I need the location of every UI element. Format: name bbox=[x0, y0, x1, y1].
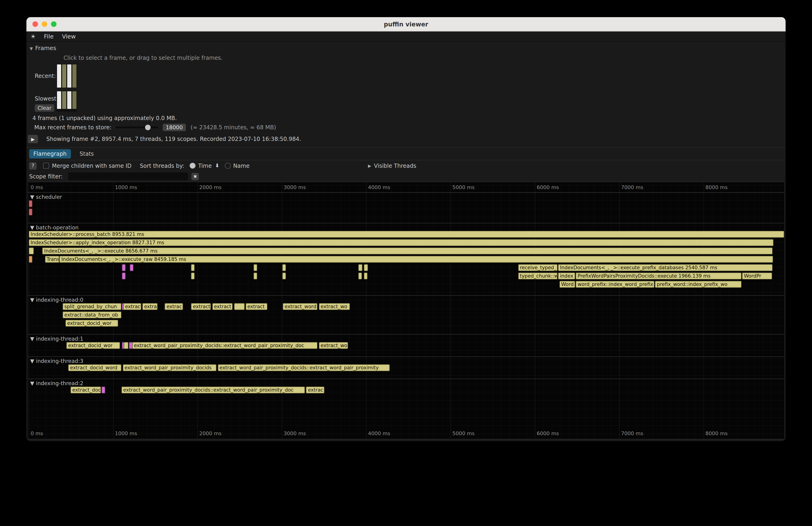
thread-header[interactable]: ▼ indexing-thread:2 bbox=[28, 379, 784, 386]
flame-span[interactable]: split_grenad_by_chun bbox=[62, 303, 121, 310]
flame-span[interactable] bbox=[191, 273, 195, 279]
flame-span[interactable] bbox=[122, 273, 126, 279]
frame-thumbnail[interactable] bbox=[72, 64, 76, 88]
flame-span[interactable] bbox=[29, 200, 32, 207]
flame-span[interactable]: extract_word bbox=[283, 303, 318, 310]
flame-span[interactable] bbox=[102, 386, 105, 393]
thread-header[interactable]: ▼ batch-operation bbox=[28, 223, 784, 231]
flame-span[interactable]: extract_word_pair_proximity_docids::extr… bbox=[121, 386, 305, 393]
slowest-frame-thumbnails[interactable] bbox=[57, 91, 77, 112]
flame-span[interactable] bbox=[29, 247, 34, 254]
minimize-window-button[interactable] bbox=[42, 21, 47, 27]
flame-span[interactable]: extrac bbox=[165, 303, 183, 310]
flame-span[interactable]: Word bbox=[560, 281, 575, 288]
flame-span[interactable] bbox=[364, 273, 367, 279]
flame-span[interactable]: extract_docid_wor bbox=[66, 320, 118, 327]
flame-span[interactable]: Trans bbox=[45, 256, 59, 263]
sort-name-option[interactable]: Name bbox=[225, 162, 250, 169]
flame-span[interactable]: IndexDocuments<_, _>::execute 8656.677 m… bbox=[42, 247, 772, 254]
menu-item-file[interactable]: File bbox=[44, 33, 54, 40]
flame-span[interactable]: extrac bbox=[306, 386, 324, 393]
flame-span[interactable]: extract_wo bbox=[319, 303, 350, 310]
merge-children-checkbox[interactable] bbox=[43, 163, 49, 169]
tab-flamegraph[interactable]: Flamegraph bbox=[29, 149, 71, 159]
flame-span[interactable] bbox=[364, 264, 368, 271]
flame-span[interactable]: extract_word_pair_proximity_docids bbox=[122, 364, 216, 371]
flame-span[interactable] bbox=[358, 273, 362, 279]
thread-header[interactable]: ▼ indexing-thread:0 bbox=[28, 295, 784, 303]
flame-span[interactable]: index bbox=[558, 273, 575, 279]
recent-frame-thumbnails[interactable] bbox=[57, 64, 77, 88]
flamegraph-canvas[interactable]: 0 ms0 ms1000 ms1000 ms2000 ms2000 ms3000… bbox=[28, 182, 784, 439]
flame-span[interactable]: IndexDocuments<_, _>::execute_raw 8459.1… bbox=[60, 256, 773, 263]
play-button[interactable]: ▶ bbox=[28, 135, 38, 143]
flame-span[interactable]: WordPr bbox=[742, 273, 772, 279]
axis-tick-label: 4000 ms bbox=[368, 430, 390, 437]
clear-button[interactable]: Clear bbox=[35, 104, 54, 112]
flame-span[interactable]: extract_docid_wor bbox=[66, 342, 120, 349]
flame-span[interactable]: IndexScheduler>::apply_index_operation 8… bbox=[29, 239, 773, 246]
visible-threads-header[interactable]: ▶ Visible Threads bbox=[368, 162, 416, 169]
flame-span[interactable]: extract_word_pair_proximity_docids::extr… bbox=[132, 342, 318, 349]
flame-span[interactable] bbox=[191, 264, 195, 271]
flame-span[interactable]: extract_word_pair_proximity_docids::extr… bbox=[218, 364, 390, 371]
max-frames-slider[interactable] bbox=[115, 124, 158, 131]
flame-span[interactable]: extra bbox=[142, 303, 158, 310]
flame-span[interactable] bbox=[253, 264, 257, 271]
frame-thumbnail[interactable] bbox=[57, 64, 61, 88]
flame-span[interactable] bbox=[122, 264, 126, 271]
flame-span[interactable]: extract bbox=[212, 303, 233, 310]
menu-item-view[interactable]: View bbox=[62, 33, 75, 40]
flame-span[interactable]: extract bbox=[191, 303, 211, 310]
flame-span[interactable]: prefix_word::index_prefix_wo bbox=[655, 281, 741, 288]
thread-header[interactable]: ▼ indexing-thread:1 bbox=[28, 334, 784, 342]
flame-span[interactable]: extract_docid_word bbox=[68, 364, 121, 371]
theme-toggle-icon[interactable]: ☀ bbox=[31, 33, 36, 40]
flame-span[interactable] bbox=[234, 303, 245, 310]
flame-span[interactable] bbox=[29, 208, 32, 216]
flame-span[interactable] bbox=[29, 256, 32, 263]
flame-span[interactable] bbox=[282, 264, 286, 271]
sort-time-option[interactable]: Time ⬇ bbox=[190, 162, 219, 169]
flame-span[interactable]: IndexScheduler>::process_batch 8953.821 … bbox=[29, 231, 784, 238]
radio-unselected-icon[interactable] bbox=[225, 163, 231, 169]
frame-thumbnail[interactable] bbox=[72, 91, 76, 109]
flame-span[interactable] bbox=[130, 264, 133, 271]
flame-span[interactable] bbox=[282, 273, 286, 279]
axis-tick-label: 2000 ms bbox=[199, 430, 221, 437]
max-frames-value[interactable]: 18000 bbox=[162, 124, 186, 131]
flame-span[interactable]: receive_typed_ bbox=[518, 264, 557, 271]
close-window-button[interactable] bbox=[32, 21, 38, 27]
titlebar[interactable]: puffin viewer bbox=[26, 17, 786, 31]
flame-span[interactable]: extract::data_from_ob bbox=[62, 311, 121, 318]
zoom-window-button[interactable] bbox=[51, 21, 57, 27]
frame-thumbnail[interactable] bbox=[62, 64, 66, 88]
flame-span[interactable] bbox=[358, 264, 362, 271]
flame-span[interactable]: extract bbox=[245, 303, 267, 310]
axis-tick-label: 6000 ms bbox=[537, 185, 559, 190]
frame-thumbnail[interactable] bbox=[57, 91, 61, 109]
flame-span[interactable]: IndexDocuments<_, _>::execute_prefix_dat… bbox=[558, 264, 772, 271]
thread-header[interactable]: ▼ indexing-thread:3 bbox=[28, 356, 784, 364]
radio-selected-icon[interactable] bbox=[190, 163, 196, 169]
thread-header[interactable]: ▼ scheduler bbox=[28, 192, 784, 200]
help-button[interactable]: ? bbox=[29, 162, 37, 170]
merge-children-label: Merge children with same ID bbox=[52, 162, 132, 169]
scope-filter-input[interactable] bbox=[68, 172, 188, 180]
flame-span[interactable] bbox=[253, 273, 257, 279]
flame-span[interactable]: extract bbox=[123, 303, 142, 310]
flame-span[interactable]: extract_doc bbox=[70, 386, 101, 393]
frame-thumbnail[interactable] bbox=[67, 91, 71, 109]
flame-span[interactable]: word_prefix::index_word_prefix bbox=[576, 281, 654, 288]
flame-span[interactable]: extract_wo bbox=[319, 342, 348, 349]
frames-header[interactable]: ▼Frames bbox=[26, 44, 786, 52]
slider-knob[interactable] bbox=[145, 125, 150, 130]
clear-filter-button[interactable]: ✖ bbox=[191, 173, 199, 180]
tab-stats[interactable]: Stats bbox=[75, 149, 98, 159]
frame-thumbnail[interactable] bbox=[62, 91, 66, 109]
flame-span[interactable]: typed_chunk::w bbox=[518, 273, 557, 279]
flame-span[interactable] bbox=[124, 342, 128, 349]
sort-direction-icon[interactable]: ⬇ bbox=[215, 163, 219, 169]
frame-thumbnail[interactable] bbox=[67, 64, 71, 88]
flame-span[interactable]: PrefixWordPairsProximityDocids::execute … bbox=[576, 273, 742, 279]
